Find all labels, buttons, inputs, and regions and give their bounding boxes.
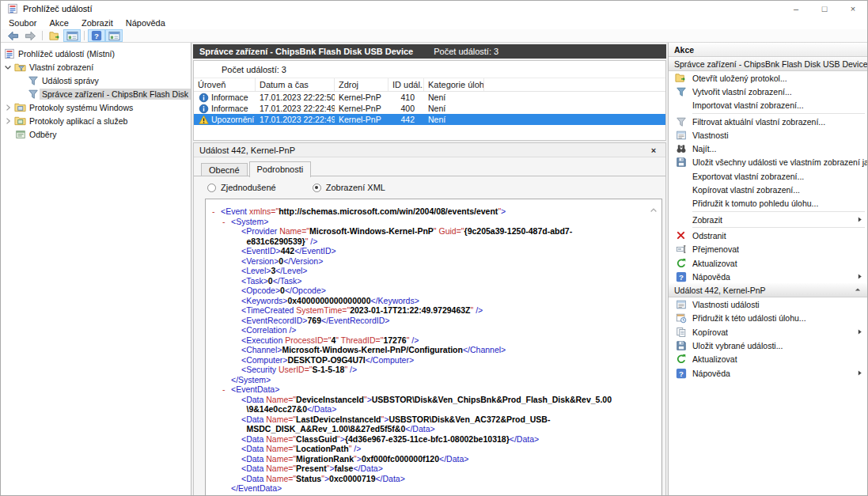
find-icon — [674, 142, 688, 155]
rename-icon — [674, 243, 688, 256]
console-tree-button[interactable] — [63, 29, 81, 42]
funnel-icon — [26, 88, 40, 100]
action-item[interactable]: Kopírovat vlastní zobrazení... — [669, 183, 867, 196]
detail-view-options: ZjednodušenéZobrazení XML — [194, 176, 665, 197]
action-item[interactable]: Uložit všechny události ve vlastním zobr… — [669, 156, 867, 169]
close-detail-icon[interactable]: × — [647, 146, 660, 155]
action-item[interactable]: Kopírovat — [669, 325, 867, 339]
xml-collapse-icon[interactable]: - — [212, 206, 221, 217]
xml-line: -<EventData> — [206, 384, 661, 395]
chevron-right-icon[interactable] — [2, 103, 13, 112]
menu-item[interactable]: Soubor — [2, 17, 43, 28]
action-item-label: Nápověda — [692, 369, 730, 378]
column-header[interactable]: ID udál... — [389, 78, 424, 91]
radio-icon[interactable] — [207, 184, 216, 192]
column-header[interactable]: Zdroj — [335, 78, 389, 91]
action-item[interactable]: Filtrovat aktuální vlastní zobrazení... — [669, 115, 867, 128]
xml-line: <EventID>442</EventID> — [206, 246, 661, 256]
xml-collapse-icon[interactable]: - — [222, 217, 231, 227]
action-item[interactable]: Vytvořit vlastní zobrazení... — [669, 85, 867, 98]
action-item[interactable]: Zobrazit — [669, 213, 867, 226]
action-item-label: Uložit vybrané události... — [692, 341, 783, 350]
close-button[interactable]: × — [839, 1, 867, 17]
chevron-down-icon[interactable] — [2, 62, 13, 72]
action-item[interactable]: ?Nápověda — [669, 366, 867, 380]
action-item[interactable]: Odstranit — [669, 229, 867, 242]
action-item[interactable]: Přidružit k tomuto pohledu úlohu... — [669, 197, 867, 210]
action-item[interactable]: Otevřít uložený protokol... — [669, 71, 867, 85]
action-item[interactable]: Aktualizovat — [669, 353, 867, 366]
detail-tabs: ObecnéPodrobnosti — [194, 157, 665, 176]
column-header[interactable]: Datum a čas — [256, 78, 335, 91]
eventvwr-icon — [2, 47, 16, 60]
xml-line: <Execution ProcessID="4" ThreadID="17276… — [206, 335, 661, 346]
menu-item[interactable]: Akce — [43, 17, 74, 28]
help-button[interactable]: ? — [88, 29, 105, 42]
action-section-header[interactable]: Událost 442, Kernel-PnP — [669, 283, 867, 297]
action-section-header[interactable]: Správce zařízení - ChipsBnk Flash Disk U… — [669, 57, 867, 71]
action-item[interactable]: Uložit vybrané události... — [669, 339, 867, 352]
sidebar-item-label: Odběry — [27, 129, 59, 140]
actions-pane-title: Akce — [669, 43, 867, 57]
action-separator — [692, 227, 865, 228]
back-button[interactable] — [4, 29, 21, 42]
tab-podrobnosti[interactable]: Podrobnosti — [249, 161, 312, 177]
scroll-up-icon[interactable] — [649, 206, 658, 217]
action-separator — [692, 113, 865, 114]
action-pane-button[interactable] — [105, 29, 123, 42]
sidebar-item-label: Události správy — [40, 75, 101, 86]
minimize-button[interactable]: – — [782, 1, 810, 17]
action-item-label: Aktualizovat — [692, 259, 737, 268]
icon-spacer — [674, 99, 688, 112]
menu-item[interactable]: Nápověda — [119, 17, 172, 28]
action-item[interactable]: Exportovat vlastní zobrazení... — [669, 169, 867, 183]
event-row[interactable]: Informace17.01.2023 22:22:50Kernel-PnP41… — [194, 92, 665, 103]
action-item[interactable]: Vlastnosti události — [669, 297, 867, 311]
main-area: Prohlížeč událostí (Místní)Vlastní zobra… — [1, 43, 867, 496]
save-icon — [674, 156, 688, 168]
xml-line: -<System> — [206, 217, 661, 227]
sidebar-item[interactable]: Odběry — [1, 127, 191, 141]
toolbar-separator — [84, 31, 85, 40]
action-item[interactable]: Najít... — [669, 142, 867, 155]
action-item[interactable]: ?Nápověda — [669, 270, 867, 283]
action-item[interactable]: Aktualizovat — [669, 256, 867, 270]
column-header[interactable]: Kategorie úlohy — [424, 78, 484, 91]
sidebar-item[interactable]: Vlastní zobrazení — [1, 60, 191, 74]
open-saved-log-button[interactable] — [46, 29, 63, 42]
folder-filter-icon — [13, 61, 27, 74]
action-item[interactable]: Přejmenovat — [669, 243, 867, 256]
column-header[interactable]: Úroveň — [194, 78, 256, 91]
collapse-icon[interactable] — [854, 286, 862, 295]
menu-item[interactable]: Zobrazit — [75, 17, 119, 28]
action-item[interactable]: Importovat vlastní zobrazení... — [669, 99, 867, 112]
sidebar-item[interactable]: Správce zařízení - ChipsBnk Flash Disk U… — [1, 87, 191, 100]
events-table-body: Informace17.01.2023 22:22:50Kernel-PnP41… — [194, 92, 665, 140]
xml-line: <Data Name="Present">false</Data> — [206, 464, 661, 474]
tab-obecné[interactable]: Obecné — [201, 163, 248, 176]
event-row[interactable]: Informace17.01.2023 22:22:49Kernel-PnP40… — [194, 103, 665, 114]
save-icon — [674, 339, 688, 352]
radio-option[interactable]: Zobrazení XML — [313, 183, 385, 192]
sidebar-item[interactable]: Protokoly aplikací a služeb — [1, 114, 191, 127]
icon-spacer — [674, 170, 688, 183]
xml-line: <Data Name="MigrationRank">0xf000fc00000… — [206, 454, 661, 464]
subscriptions-icon — [13, 128, 27, 141]
sidebar-item[interactable]: Prohlížeč událostí (Místní) — [1, 47, 191, 60]
chevron-right-icon[interactable] — [2, 116, 13, 126]
radio-option[interactable]: Zjednodušené — [207, 183, 276, 192]
forward-button[interactable] — [21, 29, 39, 42]
xml-line: <Keywords>0x4000000000000000</Keywords> — [206, 296, 661, 306]
maximize-button[interactable]: □ — [810, 1, 839, 17]
action-item[interactable]: Přidružit k této události úlohu... — [669, 312, 867, 325]
action-item-label: Uložit všechny události ve vlastním zobr… — [692, 157, 867, 167]
action-item[interactable]: Vlastnosti — [669, 128, 867, 142]
sidebar-item[interactable]: Protokoly systému Windows — [1, 100, 191, 114]
action-item-label: Najít... — [692, 144, 716, 153]
event-row[interactable]: Upozornění17.01.2023 22:22:49Kernel-PnP4… — [194, 114, 665, 125]
xml-line: <Provider Name="Microsoft-Windows-Kernel… — [206, 226, 661, 237]
help-icon: ? — [674, 271, 688, 283]
sidebar-item[interactable]: Události správy — [1, 74, 191, 87]
radio-icon[interactable] — [313, 184, 321, 192]
xml-collapse-icon[interactable]: - — [222, 384, 231, 395]
